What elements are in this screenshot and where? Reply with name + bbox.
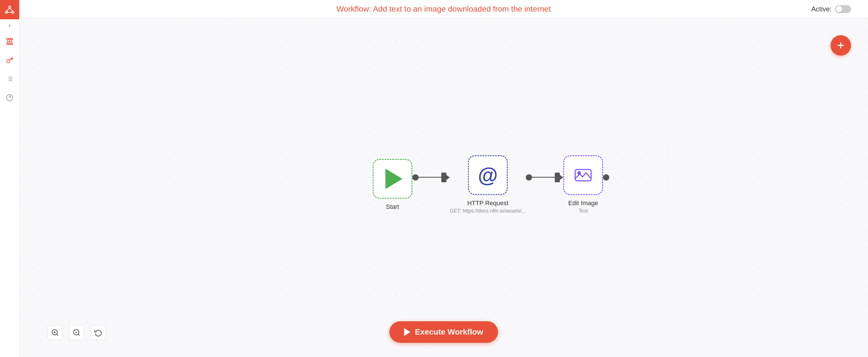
start-output-dot[interactable] (412, 174, 419, 180)
svg-point-0 (8, 6, 11, 8)
start-node-box[interactable] (373, 159, 412, 199)
svg-line-4 (10, 8, 13, 11)
add-node-button[interactable] (831, 35, 851, 56)
http-node-sublabel: GET: https://docs.n8n.io/assets/... (450, 208, 526, 214)
logo (0, 0, 19, 19)
end-dot (603, 174, 609, 180)
workflow-nodes: Start @ HTTP Request GET: https://docs.n… (373, 155, 609, 214)
node-http-request[interactable]: @ HTTP Request GET: https://docs.n8n.io/… (450, 155, 526, 214)
connector-line-1 (419, 177, 441, 178)
reset-view-button[interactable] (91, 325, 105, 340)
main-area: Workflow: Add text to an image downloade… (19, 0, 868, 357)
svg-line-29 (57, 334, 58, 335)
arrow-2 (559, 175, 563, 180)
svg-rect-10 (8, 43, 10, 44)
header-title: Workflow: Add text to an image downloade… (336, 4, 551, 13)
svg-rect-26 (575, 170, 591, 181)
execute-workflow-button[interactable]: Execute Workflow (390, 321, 498, 343)
play-icon (385, 169, 403, 189)
svg-rect-11 (11, 43, 13, 44)
svg-rect-8 (11, 38, 13, 39)
active-label: Active: (811, 5, 832, 13)
arrow-1 (446, 175, 450, 180)
bottom-controls (48, 325, 105, 340)
sidebar-item-help[interactable] (0, 88, 19, 107)
svg-rect-7 (8, 38, 10, 39)
zoom-in-icon (51, 329, 59, 336)
node-edit-image[interactable]: Edit Image Text (563, 155, 603, 214)
http-node-box[interactable]: @ (468, 155, 508, 195)
reset-icon (94, 329, 102, 336)
svg-line-3 (6, 8, 9, 11)
svg-line-33 (78, 334, 80, 335)
header: Workflow: Add text to an image downloade… (19, 0, 868, 18)
active-toggle-area: Active: (811, 5, 851, 13)
zoom-out-icon (73, 329, 81, 336)
connector-start-http (412, 173, 450, 182)
sidebar-item-executions[interactable] (0, 69, 19, 88)
toggle-knob (836, 6, 842, 12)
sidebar-expand-button[interactable] (0, 19, 19, 32)
zoom-in-button[interactable] (48, 325, 62, 340)
connector-line-2 (532, 177, 555, 178)
edit-output-dot[interactable] (603, 174, 609, 180)
http-output-dot[interactable] (526, 174, 532, 180)
sidebar (0, 0, 19, 357)
http-node-label: HTTP Request (467, 200, 508, 207)
svg-rect-6 (6, 38, 8, 39)
start-node-label: Start (386, 203, 399, 211)
edit-node-sublabel: Text (578, 208, 588, 214)
active-toggle[interactable] (835, 5, 851, 13)
workflow-canvas[interactable]: Start @ HTTP Request GET: https://docs.n… (19, 18, 868, 357)
plus-icon (836, 40, 846, 51)
workflow-label: Workflow: (336, 4, 371, 13)
zoom-out-button[interactable] (69, 325, 84, 340)
execute-play-icon (404, 328, 410, 336)
sidebar-item-network[interactable] (0, 32, 19, 51)
edit-node-label: Edit Image (568, 200, 598, 207)
sidebar-item-credentials[interactable] (0, 51, 19, 69)
workflow-row: Start @ HTTP Request GET: https://docs.n… (373, 155, 609, 214)
svg-rect-9 (6, 43, 8, 44)
workflow-name: Add text to an image downloaded from the… (373, 4, 551, 13)
execute-workflow-label: Execute Workflow (415, 327, 483, 336)
image-edit-icon (574, 166, 592, 184)
at-icon: @ (478, 163, 498, 187)
connector-http-edit (526, 173, 563, 182)
edit-node-box[interactable] (563, 155, 603, 195)
node-start[interactable]: Start (373, 159, 412, 211)
